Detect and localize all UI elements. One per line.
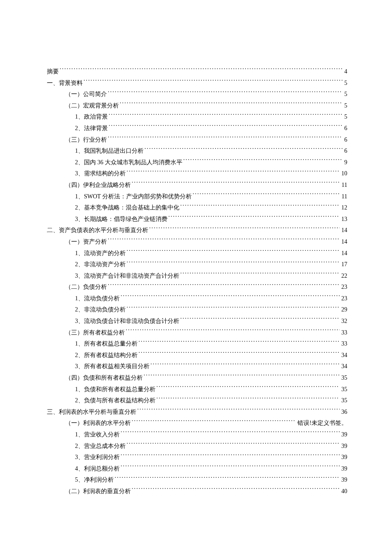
toc-leader-dots: [150, 362, 340, 368]
toc-entry[interactable]: 1、营业收入分析39: [47, 429, 347, 441]
toc-entry[interactable]: （一）资产分析14: [47, 236, 347, 248]
toc-page-number: 39: [340, 463, 347, 475]
toc-page-number: 6: [343, 123, 347, 134]
toc-entry[interactable]: 2、非流动负债分析29: [47, 304, 347, 316]
toc-label: 3、长期战略：倡导绿色产业链消费: [75, 214, 167, 225]
toc-entry[interactable]: 二、资产负债表的水平分析与垂直分析14: [47, 225, 347, 236]
toc-page-number: 35: [340, 372, 347, 384]
toc-page-number: 23: [340, 293, 347, 305]
toc-label: 1、SWOT 分析法：产业内部劣势和优势分析: [75, 191, 192, 203]
toc-label: 3、营业利润分析: [75, 452, 120, 463]
toc-entry[interactable]: 摘要4: [47, 66, 347, 78]
toc-label: 2、所有者权益结构分析: [75, 350, 138, 361]
toc-page-number: 5: [343, 100, 347, 112]
toc-entry[interactable]: 3、流动资产合计和非流动资产合计分析22: [47, 270, 347, 282]
toc-leader-dots: [108, 283, 340, 289]
toc-label: 摘要: [47, 66, 59, 78]
toc-page-number: 39: [340, 474, 347, 486]
toc-entry[interactable]: 3、所有者权益相关项目分析34: [47, 361, 347, 372]
toc-page-number: 35: [340, 384, 347, 395]
toc-leader-dots: [180, 272, 340, 278]
toc-leader-dots: [127, 169, 340, 175]
toc-entry[interactable]: 2、国内 36 大众城市乳制品人均消费水平9: [47, 157, 347, 169]
toc-entry[interactable]: （二）利润表的垂直分析40: [47, 486, 347, 497]
toc-label: 1、负债和所有者权益总量分析: [75, 384, 156, 395]
toc-leader-dots: [108, 90, 343, 96]
toc-entry[interactable]: （二）宏观背景分析5: [47, 100, 347, 112]
toc-leader-dots: [127, 249, 340, 255]
toc-leader-dots: [108, 136, 343, 142]
toc-label: （四）伊利企业战略分析: [65, 180, 131, 191]
toc-label: 3、流动资产合计和非流动资产合计分析: [75, 270, 179, 282]
toc-entry[interactable]: （三）所有者权益分析33: [47, 327, 347, 339]
toc-leader-dots: [156, 396, 340, 402]
toc-leader-dots: [108, 238, 340, 244]
toc-entry[interactable]: 3、需求结构的分析10: [47, 168, 347, 180]
toc-page-number: 34: [340, 361, 347, 372]
toc-entry[interactable]: 2、非流动资产分析17: [47, 259, 347, 270]
toc-entry[interactable]: （四）负债和所有者权益分析35: [47, 372, 347, 384]
toc-entry[interactable]: 1、所有者权益总量分析33: [47, 338, 347, 350]
toc-entry[interactable]: 2、负债与所有者权益结构分析35: [47, 395, 347, 407]
toc-page-number: 34: [340, 350, 347, 361]
toc-leader-dots: [180, 317, 340, 323]
toc-label: 2、营业总成本分析: [75, 441, 126, 452]
toc-page-number: 33: [340, 327, 347, 339]
toc-entry[interactable]: 2、所有者权益结构分析34: [47, 350, 347, 361]
toc-leader-dots: [180, 203, 340, 209]
toc-entry[interactable]: 一、背景资料5: [47, 78, 347, 89]
toc-leader-dots: [137, 408, 340, 414]
toc-label: 2、非流动负债分析: [75, 304, 126, 316]
toc-leader-dots: [132, 419, 296, 425]
toc-page-number: 29: [340, 304, 347, 316]
toc-label: （二）宏观背景分析: [65, 100, 119, 112]
toc-entry[interactable]: 4、利润总额分析39: [47, 463, 347, 475]
toc-entry[interactable]: 1、政治背景5: [47, 111, 347, 123]
toc-label: 2、基本竞争战略：混合基础上的集中化: [75, 202, 179, 214]
toc-leader-dots: [121, 430, 340, 436]
toc-entry[interactable]: （一）利润表的水平分析错误!未定义书签。: [47, 418, 347, 429]
toc-entry[interactable]: 2、基本竞争战略：混合基础上的集中化12: [47, 202, 347, 214]
toc-entry[interactable]: 1、我国乳制品进出口分析6: [47, 145, 347, 157]
toc-entry[interactable]: 1、负债和所有者权益总量分析35: [47, 384, 347, 395]
toc-entry[interactable]: 1、流动资产的分析14: [47, 248, 347, 259]
toc-label: 1、流动负债分析: [75, 293, 120, 305]
toc-leader-dots: [183, 158, 343, 164]
toc-label: 1、营业收入分析: [75, 429, 120, 441]
toc-page-number: 14: [340, 248, 347, 259]
toc-leader-dots: [127, 442, 340, 448]
toc-entry[interactable]: （四）伊利企业战略分析11: [47, 180, 347, 191]
toc-label: （一）资产分析: [65, 236, 107, 248]
toc-label: （四）负债和所有者权益分析: [65, 372, 143, 384]
toc-entry[interactable]: 2、法律背景6: [47, 123, 347, 134]
toc-leader-dots: [120, 102, 343, 108]
toc-entry[interactable]: 1、SWOT 分析法：产业内部劣势和优势分析11: [47, 191, 347, 203]
toc-page-number: 错误!未定义书签。: [297, 418, 347, 429]
toc-leader-dots: [132, 181, 340, 187]
toc-leader-dots: [84, 79, 343, 85]
toc-label: 4、利润总额分析: [75, 463, 120, 475]
toc-entry[interactable]: 三、利润表的水平分析与垂直分析36: [47, 407, 347, 418]
toc-page-number: 10: [340, 168, 347, 180]
toc-entry[interactable]: 2、营业总成本分析39: [47, 441, 347, 452]
toc-page-number: 5: [343, 111, 347, 123]
toc-page-number: 9: [343, 157, 347, 169]
toc-page: 摘要4一、背景资料5（一）公司简介5（二）宏观背景分析51、政治背景52、法律背…: [0, 0, 392, 497]
toc-entry[interactable]: （二）负债分析23: [47, 282, 347, 293]
toc-entry[interactable]: （一）公司简介5: [47, 89, 347, 100]
toc-label: 二、资产负债表的水平分析与垂直分析: [47, 225, 148, 236]
toc-entry[interactable]: 3、长期战略：倡导绿色产业链消费13: [47, 214, 347, 225]
toc-entry[interactable]: 3、营业利润分析39: [47, 452, 347, 463]
toc-entry[interactable]: 1、流动负债分析23: [47, 293, 347, 305]
toc-entry[interactable]: （三）行业分析6: [47, 134, 347, 146]
toc-leader-dots: [121, 453, 340, 459]
toc-leader-dots: [127, 305, 340, 311]
toc-leader-dots: [156, 385, 340, 391]
toc-leader-dots: [144, 374, 340, 380]
toc-entry[interactable]: 5、净利润分析39: [47, 474, 347, 486]
toc-leader-dots: [127, 260, 340, 266]
toc-leader-dots: [109, 113, 343, 119]
toc-leader-dots: [109, 124, 343, 130]
toc-entry[interactable]: 3、流动负债合计和非流动负债合计分析32: [47, 316, 347, 327]
toc-page-number: 39: [340, 429, 347, 441]
